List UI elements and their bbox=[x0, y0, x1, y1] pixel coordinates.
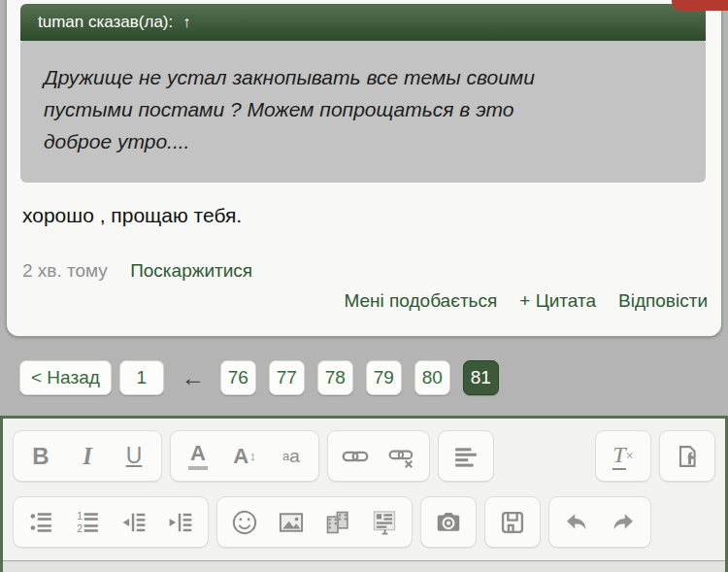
indent-icon bbox=[168, 510, 193, 535]
remove-link-button[interactable] bbox=[380, 434, 424, 478]
save-group bbox=[484, 496, 541, 548]
svg-text:1: 1 bbox=[77, 511, 83, 522]
quote-text: Дружище не устал закнопывать все темы св… bbox=[44, 61, 558, 157]
toolbar-row-1: B I U A A↕ aa bbox=[13, 430, 715, 482]
numbered-list-button[interactable]: 12 bbox=[65, 500, 110, 544]
align-left-icon bbox=[453, 444, 479, 469]
edit-draft-button[interactable] bbox=[665, 434, 710, 478]
like-link[interactable]: Мені подобається bbox=[344, 290, 497, 312]
page-wrench-icon bbox=[674, 443, 701, 470]
insert-image-button[interactable] bbox=[269, 500, 314, 544]
source-group bbox=[659, 430, 715, 482]
format-group: B I U bbox=[13, 430, 162, 482]
outdent-button[interactable] bbox=[112, 500, 156, 544]
post-actions: Мені подобається + Цитата Відповісти bbox=[344, 290, 708, 312]
text-color-icon: A bbox=[188, 442, 208, 470]
insert-media-button[interactable] bbox=[315, 500, 360, 544]
bullet-list-button[interactable] bbox=[18, 500, 63, 544]
bullet-list-icon bbox=[28, 510, 53, 535]
undo-icon bbox=[563, 509, 590, 536]
remove-format-icon: T bbox=[612, 442, 625, 470]
insert-template-button[interactable] bbox=[362, 500, 407, 544]
link-group bbox=[327, 430, 430, 482]
quote-jump-arrow-icon[interactable]: ↑ bbox=[182, 14, 190, 30]
remove-format-group: T× bbox=[595, 430, 651, 482]
toolbar-row-2: 12 bbox=[13, 496, 715, 548]
image-icon bbox=[278, 509, 305, 536]
numbered-list-icon: 12 bbox=[75, 510, 100, 535]
font-family-icon: a bbox=[282, 450, 289, 462]
back-button[interactable]: < Назад bbox=[19, 360, 112, 395]
history-group bbox=[548, 496, 651, 548]
page-button-78[interactable]: 78 bbox=[317, 360, 353, 395]
post-meta: 2 хв. тому Поскаржитися bbox=[22, 260, 252, 282]
italic-button[interactable]: I bbox=[65, 434, 110, 478]
page-button-79[interactable]: 79 bbox=[366, 360, 402, 395]
remove-format-button[interactable]: T× bbox=[601, 434, 645, 478]
forum-post: tuman сказав(ла):↑ Дружище не устал закн… bbox=[6, 0, 722, 337]
page-button-current-81[interactable]: 81 bbox=[463, 360, 499, 395]
reply-link[interactable]: Відповісти bbox=[618, 290, 708, 312]
template-doc-icon bbox=[371, 509, 398, 536]
quote-link[interactable]: + Цитата bbox=[519, 290, 596, 312]
camera-icon bbox=[434, 508, 463, 537]
font-size-icon: A bbox=[233, 444, 248, 469]
page-button-80[interactable]: 80 bbox=[414, 360, 450, 395]
unlink-icon bbox=[388, 443, 415, 470]
page-button-77[interactable]: 77 bbox=[269, 360, 305, 395]
align-group bbox=[438, 430, 494, 482]
undo-button[interactable] bbox=[554, 500, 599, 544]
quote-body: Дружище не устал закнопывать все темы св… bbox=[20, 41, 706, 183]
page-button-1[interactable]: 1 bbox=[119, 360, 164, 395]
camera-group bbox=[420, 496, 477, 548]
quote-header[interactable]: tuman сказав(ла):↑ bbox=[20, 4, 706, 41]
smiley-button[interactable] bbox=[222, 500, 267, 544]
pagination: < Назад 1 ← 76 77 78 79 80 81 bbox=[19, 360, 499, 395]
bold-button[interactable]: B bbox=[18, 434, 63, 478]
outdent-icon bbox=[121, 510, 147, 535]
link-icon bbox=[342, 443, 369, 470]
font-group: A A↕ aa bbox=[170, 430, 319, 482]
font-size-button[interactable]: A↕ bbox=[222, 434, 267, 478]
post-timestamp: 2 хв. тому bbox=[22, 260, 108, 281]
pages-ellipsis-arrow-icon: ← bbox=[182, 364, 205, 391]
rich-text-editor: B I U A A↕ aa bbox=[0, 416, 728, 572]
size-arrows-icon: ↕ bbox=[249, 449, 256, 463]
save-draft-button[interactable] bbox=[490, 500, 535, 544]
page-button-76[interactable]: 76 bbox=[220, 360, 256, 395]
redo-button[interactable] bbox=[601, 500, 645, 544]
film-media-icon bbox=[324, 509, 351, 536]
indent-button[interactable] bbox=[158, 500, 203, 544]
red-banner-fragment bbox=[672, 0, 728, 11]
list-group: 12 bbox=[13, 496, 209, 548]
redo-icon bbox=[610, 509, 637, 536]
post-message: хорошо , прощаю тебя. bbox=[22, 204, 242, 227]
text-color-button[interactable]: A bbox=[176, 434, 220, 478]
smiley-icon bbox=[231, 509, 258, 536]
quote-author-label: tuman сказав(ла): bbox=[38, 13, 173, 31]
alignment-button[interactable] bbox=[444, 434, 488, 478]
font-family-button[interactable]: aa bbox=[269, 434, 314, 478]
svg-text:2: 2 bbox=[77, 522, 83, 533]
editor-content-area[interactable] bbox=[3, 560, 725, 572]
insert-link-button[interactable] bbox=[333, 434, 378, 478]
attach-photo-button[interactable] bbox=[426, 500, 471, 544]
underline-button[interactable]: U bbox=[112, 434, 156, 478]
report-link[interactable]: Поскаржитися bbox=[130, 260, 252, 281]
save-floppy-icon bbox=[499, 509, 526, 536]
insert-group bbox=[216, 496, 413, 548]
